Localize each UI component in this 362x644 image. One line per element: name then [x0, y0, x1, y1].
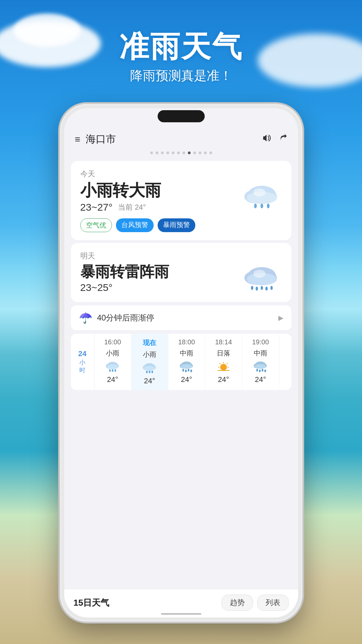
- svg-point-50: [255, 364, 266, 369]
- svg-point-6: [260, 204, 263, 208]
- hourly-label-xiao: 小: [79, 359, 85, 367]
- icon-1800: [179, 360, 194, 373]
- hourly-item-1814: 18:14 日落: [205, 334, 242, 390]
- svg-point-36: [183, 369, 184, 372]
- hourly-item-1600: 16:00 小雨 24°: [94, 334, 131, 390]
- phone-frame: ≡ 海口市: [60, 104, 302, 621]
- rain-timer-text: 40分钟后雨渐停: [97, 312, 155, 323]
- svg-point-23: [112, 369, 114, 372]
- app-content: ≡ 海口市: [64, 108, 298, 617]
- dot-4: [166, 152, 169, 154]
- svg-point-17: [270, 286, 273, 290]
- dot-10: [199, 152, 201, 154]
- dot-1: [150, 152, 153, 154]
- dot-7: [183, 152, 185, 154]
- tomorrow-condition: 暴雨转雷阵雨: [80, 264, 242, 280]
- svg-point-22: [109, 369, 111, 372]
- umbrella-icon: ☂️: [79, 311, 92, 324]
- dot-11: [204, 152, 207, 154]
- today-current-temp: 当前 24°: [118, 202, 146, 212]
- home-indicator: [161, 613, 201, 615]
- svg-point-21: [107, 364, 118, 369]
- svg-point-37: [185, 370, 187, 372]
- time-1814: 18:14: [215, 338, 232, 346]
- svg-point-29: [146, 371, 148, 373]
- today-weather-info: 小雨转大雨 23~27° 当前 24°: [80, 182, 242, 213]
- svg-point-35: [181, 364, 192, 369]
- cond-1600: 小雨: [106, 349, 119, 358]
- dot-6: [177, 152, 180, 154]
- hourly-label-24: 24: [78, 349, 86, 359]
- svg-point-4: [253, 188, 266, 197]
- today-condition: 小雨转大雨: [80, 182, 242, 200]
- svg-point-31: [152, 371, 153, 373]
- dot-12: [209, 152, 212, 154]
- tomorrow-weather-icon: [242, 264, 282, 294]
- icon-1600: [105, 360, 120, 373]
- svg-point-14: [255, 287, 258, 291]
- fifteen-day-title: 15日天气: [74, 597, 110, 609]
- cond-1900: 中雨: [254, 349, 267, 358]
- icon-1814: [216, 360, 231, 373]
- cond-1814: 日落: [217, 349, 230, 358]
- svg-point-13: [251, 286, 253, 290]
- today-weather-card[interactable]: 今天 小雨转大雨 23~27° 当前 24°: [71, 161, 291, 240]
- badge-typhoon: 台风预警: [116, 218, 154, 232]
- tomorrow-main-row: 暴雨转雷阵雨 23~25°: [80, 264, 282, 294]
- svg-point-38: [188, 369, 190, 372]
- share-icon[interactable]: [278, 133, 287, 145]
- trend-button[interactable]: 趋势: [222, 595, 253, 611]
- menu-icon[interactable]: ≡: [75, 134, 80, 145]
- tomorrow-label: 明天: [80, 251, 282, 261]
- dot-3: [161, 152, 164, 154]
- cond-now: 小雨: [143, 350, 156, 359]
- temp-1814: 24°: [218, 375, 229, 384]
- bottom-buttons: 趋势 列表: [222, 595, 289, 611]
- hourly-label-col: 24 小 时: [71, 334, 94, 390]
- time-1900: 19:00: [252, 338, 269, 346]
- hourly-item-1900: 19:00 中雨: [242, 334, 279, 390]
- list-button[interactable]: 列表: [257, 595, 289, 611]
- hourly-forecast[interactable]: 24 小 时 16:00 小雨: [71, 334, 291, 390]
- badge-air: 空气优: [80, 218, 112, 232]
- svg-point-12: [253, 270, 266, 278]
- rain-timer[interactable]: ☂️ 40分钟后雨渐停 ▶: [71, 305, 291, 330]
- hourly-item-1800: 18:00 中雨: [168, 334, 205, 390]
- svg-point-54: [265, 370, 266, 372]
- temp-1600: 24°: [107, 375, 118, 384]
- temp-1800: 24°: [181, 375, 192, 384]
- hourly-item-now: 现在 小雨 24°: [131, 334, 168, 390]
- svg-point-51: [256, 369, 258, 372]
- time-1600: 16:00: [104, 338, 121, 346]
- today-weather-icon: [242, 182, 282, 212]
- page-dots: [64, 150, 298, 158]
- svg-point-52: [259, 370, 261, 372]
- badge-rainstorm: 暴雨预警: [158, 218, 195, 232]
- tomorrow-temp-row: 23~25°: [80, 282, 242, 293]
- tomorrow-weather-info: 暴雨转雷阵雨 23~25°: [80, 264, 242, 293]
- today-temp-row: 23~27° 当前 24°: [80, 202, 242, 213]
- hourly-label-shi: 时: [79, 367, 85, 374]
- time-1800: 18:00: [178, 338, 195, 346]
- svg-point-7: [267, 204, 270, 208]
- tomorrow-temp-range: 23~25°: [80, 282, 113, 293]
- hourly-row: 24 小 时 16:00 小雨: [71, 334, 291, 390]
- city-name: 海口市: [86, 132, 262, 146]
- svg-line-44: [219, 363, 220, 364]
- sound-icon[interactable]: [262, 133, 271, 145]
- svg-point-16: [265, 287, 268, 291]
- svg-point-24: [115, 369, 116, 372]
- phone-notch: [158, 110, 205, 122]
- rain-timer-arrow: ▶: [278, 314, 283, 322]
- dot-9: [193, 152, 196, 154]
- svg-point-39: [191, 370, 192, 372]
- today-temp-range: 23~27°: [80, 202, 113, 213]
- svg-point-28: [144, 366, 155, 371]
- temp-now: 24°: [144, 377, 155, 385]
- tomorrow-weather-card[interactable]: 明天 暴雨转雷阵雨 23~25°: [71, 243, 291, 302]
- phone-mockup: ≡ 海口市: [60, 104, 302, 621]
- today-label: 今天: [80, 169, 282, 179]
- icon-now: [142, 362, 157, 374]
- header-icons: [262, 133, 287, 145]
- dot-2: [156, 152, 158, 154]
